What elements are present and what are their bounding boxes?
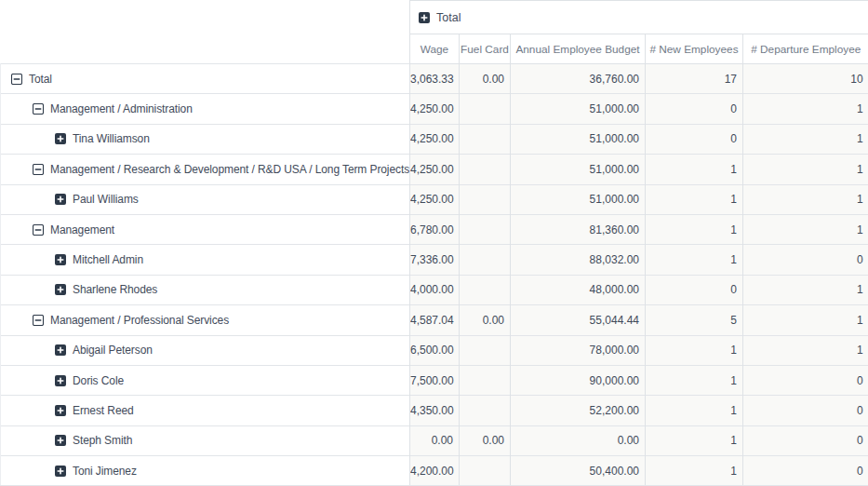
row-label: Tina Williamson bbox=[73, 132, 150, 145]
cell-wage: 4,200.00 bbox=[410, 456, 460, 486]
column-group-header-row: Total bbox=[1, 1, 868, 34]
column-header-wage[interactable]: Wage bbox=[410, 34, 460, 64]
row-label: Sharlene Rhodes bbox=[73, 283, 157, 296]
corner-cell bbox=[1, 34, 410, 64]
cell-new-employees: 1 bbox=[646, 456, 743, 486]
cell-departure-employee: 10 bbox=[743, 64, 868, 94]
expand-icon[interactable] bbox=[55, 344, 66, 356]
cell-wage: 0.00 bbox=[410, 425, 460, 455]
cell-departure-employee: 1 bbox=[743, 275, 868, 304]
column-group-label: Total bbox=[436, 11, 461, 24]
cell-annual-employee-budget: 90,000.00 bbox=[511, 365, 646, 395]
measure-header-row: WageFuel CardAnnual Employee Budget# New… bbox=[1, 34, 868, 64]
cell-fuel-card bbox=[460, 456, 511, 486]
cell-new-employees: 0 bbox=[646, 124, 743, 154]
row-header-steph-smith[interactable]: Steph Smith bbox=[1, 425, 410, 455]
collapse-icon[interactable] bbox=[11, 74, 22, 85]
row-label: Ernest Reed bbox=[73, 404, 134, 417]
cell-annual-employee-budget: 51,000.00 bbox=[511, 184, 646, 214]
cell-fuel-card bbox=[460, 275, 511, 304]
expand-icon[interactable] bbox=[55, 405, 66, 416]
row-header-total[interactable]: Total bbox=[1, 64, 410, 94]
cell-departure-employee: 1 bbox=[743, 214, 868, 244]
pivot-view: Total WageFuel CardAnnual Employee Budge… bbox=[0, 0, 868, 486]
cell-new-employees: 1 bbox=[646, 335, 743, 365]
collapse-icon[interactable] bbox=[33, 103, 44, 115]
expand-icon[interactable] bbox=[55, 194, 66, 205]
column-header-annual-employee-budget[interactable]: Annual Employee Budget bbox=[511, 34, 646, 64]
table-row: Management / Research & Development / R&… bbox=[1, 155, 868, 184]
cell-annual-employee-budget: 50,400.00 bbox=[511, 456, 646, 486]
cell-departure-employee: 1 bbox=[743, 335, 868, 365]
cell-wage: 6,780.00 bbox=[410, 214, 460, 244]
row-header-ernest-reed[interactable]: Ernest Reed bbox=[1, 396, 410, 425]
table-row: Abigail Peterson6,500.0078,000.0011 bbox=[1, 335, 868, 365]
column-header-departure-employee[interactable]: # Departure Employee bbox=[743, 34, 868, 64]
cell-wage: 7,500.00 bbox=[410, 365, 460, 395]
table-row: Doris Cole7,500.0090,000.0010 bbox=[1, 365, 868, 395]
cell-wage: 4,250.00 bbox=[410, 94, 460, 124]
row-header-tina-williamson[interactable]: Tina Williamson bbox=[1, 124, 410, 154]
collapse-icon[interactable] bbox=[33, 315, 44, 326]
cell-new-employees: 0 bbox=[646, 275, 743, 304]
row-header-management-research-development-r-d-usa-long-term-projects[interactable]: Management / Research & Development / R&… bbox=[1, 155, 410, 184]
cell-fuel-card: 0.00 bbox=[460, 64, 511, 94]
cell-annual-employee-budget: 78,000.00 bbox=[511, 335, 646, 365]
expand-icon[interactable] bbox=[55, 133, 66, 144]
table-row: Sharlene Rhodes4,000.0048,000.0001 bbox=[1, 275, 868, 304]
row-label: Management bbox=[50, 223, 114, 236]
row-label: Abigail Peterson bbox=[73, 344, 153, 357]
expand-icon[interactable] bbox=[55, 254, 66, 265]
row-label: Management / Research & Development / R&… bbox=[50, 163, 409, 176]
cell-new-employees: 17 bbox=[646, 64, 743, 94]
cell-wage: 4,250.00 bbox=[410, 184, 460, 214]
expand-icon[interactable] bbox=[55, 284, 66, 295]
cell-new-employees: 0 bbox=[646, 94, 743, 124]
column-header-new-employees[interactable]: # New Employees bbox=[646, 34, 743, 64]
row-label: Management / Professional Services bbox=[50, 314, 229, 327]
row-header-mitchell-admin[interactable]: Mitchell Admin bbox=[1, 245, 410, 275]
cell-new-employees: 1 bbox=[646, 245, 743, 275]
row-label: Toni Jimenez bbox=[73, 465, 137, 478]
cell-wage: 7,336.00 bbox=[410, 245, 460, 275]
cell-new-employees: 1 bbox=[646, 184, 743, 214]
expand-icon[interactable] bbox=[55, 466, 66, 477]
row-header-toni-jimenez[interactable]: Toni Jimenez bbox=[1, 456, 410, 486]
row-header-management[interactable]: Management bbox=[1, 214, 410, 244]
expand-icon[interactable] bbox=[419, 12, 430, 23]
collapse-icon[interactable] bbox=[33, 224, 44, 236]
cell-annual-employee-budget: 51,000.00 bbox=[511, 124, 646, 154]
column-header-fuel-card[interactable]: Fuel Card bbox=[460, 34, 511, 64]
cell-departure-employee: 1 bbox=[743, 155, 868, 184]
collapse-icon[interactable] bbox=[33, 164, 44, 175]
cell-new-employees: 1 bbox=[646, 214, 743, 244]
row-header-doris-cole[interactable]: Doris Cole bbox=[1, 365, 410, 395]
cell-wage: 4,250.00 bbox=[410, 155, 460, 184]
row-header-management-professional-services[interactable]: Management / Professional Services bbox=[1, 305, 410, 335]
row-header-abigail-peterson[interactable]: Abigail Peterson bbox=[1, 335, 410, 365]
cell-departure-employee: 1 bbox=[743, 94, 868, 124]
cell-new-employees: 1 bbox=[646, 365, 743, 395]
table-row: Tina Williamson4,250.0051,000.0001 bbox=[1, 124, 868, 154]
cell-annual-employee-budget: 0.00 bbox=[511, 425, 646, 455]
row-header-paul-williams[interactable]: Paul Williams bbox=[1, 184, 410, 214]
cell-fuel-card: 0.00 bbox=[460, 425, 511, 455]
cell-new-employees: 1 bbox=[646, 425, 743, 455]
table-row: Management6,780.0081,360.0011 bbox=[1, 214, 868, 244]
cell-annual-employee-budget: 48,000.00 bbox=[511, 275, 646, 304]
cell-departure-employee: 1 bbox=[743, 305, 868, 335]
expand-icon[interactable] bbox=[55, 435, 66, 446]
table-row: Total3,063.330.0036,760.001710 bbox=[1, 64, 868, 94]
pivot-table: Total WageFuel CardAnnual Employee Budge… bbox=[0, 0, 868, 486]
cell-annual-employee-budget: 88,032.00 bbox=[511, 245, 646, 275]
pivot-body: Total3,063.330.0036,760.001710Management… bbox=[1, 64, 868, 486]
cell-fuel-card bbox=[460, 155, 511, 184]
cell-departure-employee: 0 bbox=[743, 365, 868, 395]
cell-fuel-card bbox=[460, 214, 511, 244]
row-header-sharlene-rhodes[interactable]: Sharlene Rhodes bbox=[1, 275, 410, 304]
row-header-management-administration[interactable]: Management / Administration bbox=[1, 94, 410, 124]
expand-icon[interactable] bbox=[55, 375, 66, 386]
cell-new-employees: 1 bbox=[646, 396, 743, 425]
table-row: Mitchell Admin7,336.0088,032.0010 bbox=[1, 245, 868, 275]
column-group-header-total[interactable]: Total bbox=[410, 1, 868, 34]
